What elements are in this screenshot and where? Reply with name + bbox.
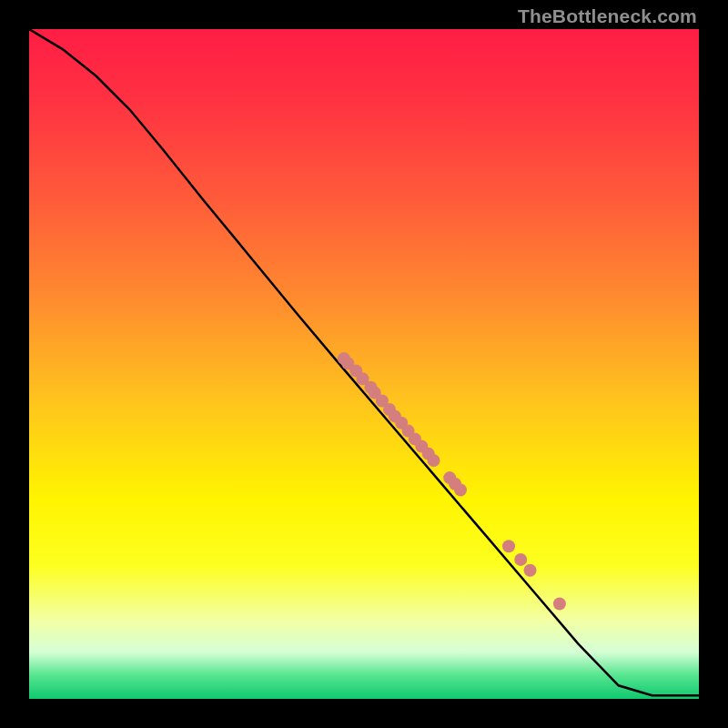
- data-point: [454, 483, 467, 496]
- data-point: [524, 564, 537, 577]
- data-point: [553, 598, 566, 611]
- data-point: [502, 540, 515, 552]
- chart-overlay: [29, 29, 699, 699]
- data-point: [428, 454, 440, 467]
- watermark-text: TheBottleneck.com: [518, 5, 697, 27]
- data-points: [338, 352, 566, 610]
- plot-area: [29, 29, 699, 699]
- data-point: [514, 553, 527, 566]
- bottleneck-curve: [29, 29, 699, 695]
